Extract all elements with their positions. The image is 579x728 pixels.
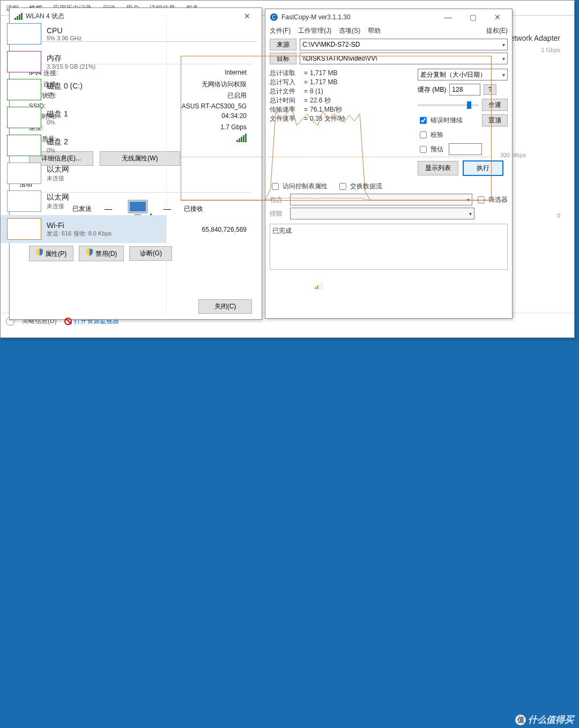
perf-item-title: 磁盘 2 xyxy=(47,137,68,147)
resmon-icon xyxy=(64,318,72,325)
perf-item-cpu[interactable]: CPU 5% 3.96 GHz xyxy=(1,20,166,48)
perf-item-mem[interactable]: 内存 3.3/15.9 GB (21%) xyxy=(1,48,166,76)
bytes-received: 65,840,726,569 xyxy=(166,226,247,235)
menu-elevate[interactable]: 提权(E) xyxy=(486,26,508,35)
chevron-down-icon xyxy=(500,55,505,62)
source-button[interactable]: 来源 xyxy=(270,39,296,50)
perf-item-title: 内存 xyxy=(47,54,95,63)
chevron-down-icon xyxy=(500,71,505,78)
perf-item-title: 以太网 xyxy=(47,193,69,202)
perf-thumbnail xyxy=(7,51,41,72)
perf-item-sub: 发送: 616 接收: 8.0 Kbps xyxy=(47,230,112,238)
perf-thumbnail xyxy=(7,163,41,184)
fastcopy-icon: C xyxy=(270,13,278,21)
perf-item-sub: 未连接 xyxy=(47,174,69,182)
performance-sidebar: CPU 5% 3.96 GHz 内存 3.3/15.9 GB (21%) 磁盘 … xyxy=(1,16,167,313)
chart-y-mid: 300 Mbps xyxy=(500,152,526,158)
perf-thumbnail xyxy=(7,23,41,45)
menu-file[interactable]: 文件(F) xyxy=(270,26,291,35)
perf-item-eth[interactable]: 以太网 未连接 xyxy=(1,187,166,215)
perf-item-wifi[interactable]: Wi-Fi 发送: 616 接收: 8.0 Kbps xyxy=(1,215,166,243)
close-icon[interactable]: ✕ xyxy=(485,10,510,25)
menu-work[interactable]: 工作管理(J) xyxy=(298,26,331,35)
throughput-chart: 300 Mbps xyxy=(181,56,492,211)
perf-item-title: 磁盘 0 (C:) xyxy=(47,82,83,91)
perf-item-sub: 0% xyxy=(47,119,68,126)
menu-help[interactable]: 帮助 xyxy=(368,26,381,35)
chart-y-max: 1 Gbps xyxy=(541,47,560,55)
svg-text:C: C xyxy=(272,14,276,20)
fastcopy-titlebar: C FastCopy-M ver3.1.1.30 — ▢ ✕ xyxy=(265,9,512,25)
close-icon[interactable]: ✕ xyxy=(235,9,259,24)
perf-item-title: Wi-Fi xyxy=(47,221,112,230)
log-textarea[interactable]: 已完成 xyxy=(270,224,508,270)
fastcopy-menubar: 文件(F) 工作管理(J) 选项(S) 帮助 提权(E) xyxy=(265,25,512,36)
minimize-icon[interactable]: — xyxy=(436,10,461,25)
perf-item-title: CPU xyxy=(47,26,81,35)
chart-x-right: 0 xyxy=(557,212,560,220)
perf-item-sub: 未连接 xyxy=(47,202,69,210)
perf-item-disk[interactable]: 磁盘 1 0% xyxy=(1,104,166,131)
perf-thumbnail xyxy=(7,218,41,240)
fastcopy-title: FastCopy-M ver3.1.1.30 xyxy=(281,13,436,21)
perf-item-sub: 4% xyxy=(47,91,83,98)
perf-thumbnail xyxy=(7,79,41,100)
perf-item-sub: 3.3/15.9 GB (21%) xyxy=(47,63,95,70)
watermark-icon: 值 xyxy=(515,715,526,725)
log-done: 已完成 xyxy=(272,227,292,234)
perf-thumbnail xyxy=(7,190,41,212)
perf-item-disk[interactable]: 磁盘 0 (C:) 4% xyxy=(1,76,166,104)
perf-item-title: 磁盘 1 xyxy=(47,109,68,119)
source-combo[interactable]: C:\VV\MKD-S72-SD xyxy=(300,39,508,50)
perf-item-disk[interactable]: 磁盘 2 0% xyxy=(1,131,166,159)
maximize-icon[interactable]: ▢ xyxy=(461,10,485,25)
menu-options[interactable]: 选项(S) xyxy=(339,26,360,35)
perf-item-eth[interactable]: 以太网 未连接 xyxy=(1,159,166,187)
perf-item-sub: 0% xyxy=(47,147,68,153)
perf-thumbnail xyxy=(7,135,41,156)
perf-thumbnail xyxy=(7,107,41,128)
watermark: 值 什么值得买 xyxy=(515,714,574,726)
close-button[interactable]: 关闭(C) xyxy=(198,299,252,314)
chevron-down-icon xyxy=(500,41,505,48)
perf-item-sub: 5% 3.96 GHz xyxy=(47,35,81,41)
perf-item-title: 以太网 xyxy=(47,165,69,174)
source-path: C:\VV\MKD-S72-SD xyxy=(302,41,360,48)
